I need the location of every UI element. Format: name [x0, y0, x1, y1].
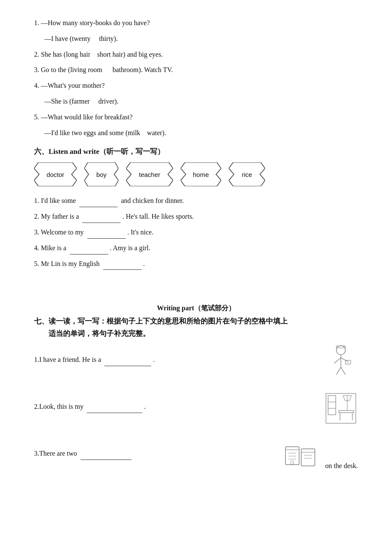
- s6-q1-num: 1. I'd like some: [34, 197, 78, 204]
- writing-q3-blank: [81, 452, 132, 460]
- q5-5-text: —What would like for breakfast?: [41, 113, 133, 121]
- writing-q3-pre: 3.There are two: [34, 450, 79, 457]
- s6-q2-post: . He's tall. He likes sports.: [122, 213, 193, 220]
- bubble-teacher: teacher: [126, 162, 173, 186]
- svg-line-9: [336, 367, 341, 375]
- writing-q1-line: 1.I have a friend. He is a .: [34, 354, 311, 366]
- word-bubbles-row: doctor boy teacher home: [34, 162, 358, 186]
- q5-4-text: —What's your mother?: [41, 82, 105, 89]
- q5-2-text: She has (long hair short hair) and big e…: [41, 51, 163, 58]
- part5-questions: 1. —How many story-books do you have? —I…: [34, 17, 358, 139]
- bubble-rice: rice: [229, 162, 265, 186]
- q5-5-sub: —I'd like two eggs and some (milk water)…: [44, 129, 166, 136]
- svg-line-8: [341, 358, 348, 361]
- s6-q5-num: 5. Mr Lin is my English: [34, 260, 101, 267]
- q5-1-num: 1.: [34, 19, 41, 26]
- q5-3: 3. Go to the (living room bathroom). Wat…: [34, 64, 358, 76]
- s6-q3: 3. Welcome to my . It's nice.: [34, 226, 358, 239]
- writing-q3: 3.There are two on the desk.: [34, 438, 358, 472]
- svg-rect-23: [285, 447, 299, 465]
- s6-q4-post: . Amy is a girl.: [110, 244, 150, 251]
- writing-q1-post: .: [153, 356, 155, 363]
- q5-2-num: 2.: [34, 51, 41, 58]
- svg-point-28: [291, 461, 294, 464]
- writing-q1-pre: 1.I have a friend. He is a: [34, 356, 103, 363]
- s6-q1-blank: [79, 199, 118, 207]
- q5-1-line1: 1. —How many story-books do you have?: [34, 17, 358, 29]
- svg-rect-18: [339, 410, 354, 413]
- section6-header: 六、Listen and write（听一听，写一写）: [34, 147, 358, 156]
- writing-q2: 2.Look, this is my .: [34, 391, 358, 425]
- writing-q3-line: 3.There are two: [34, 448, 271, 460]
- q5-5-line2: —I'd like two eggs and some (milk water)…: [44, 127, 358, 139]
- s6-q5-blank: [103, 262, 141, 270]
- q5-1-text: —How many story-books do you have?: [41, 19, 150, 26]
- section6: 六、Listen and write（听一听，写一写） doctor boy t…: [34, 147, 358, 270]
- writing-q2-text: 2.Look, this is my .: [34, 401, 311, 416]
- bubble-boy-text: boy: [96, 171, 107, 178]
- s6-q2: 2. My father is a . He's tall. He likes …: [34, 211, 358, 223]
- q5-3-num: 3.: [34, 66, 41, 73]
- bubble-doctor-text: doctor: [46, 171, 64, 178]
- q5-4-sub: —She is (farmer driver).: [44, 98, 118, 105]
- q5-5-line1: 5. —What would like for breakfast?: [34, 111, 358, 124]
- bubble-rice-text: rice: [242, 171, 252, 178]
- bubble-doctor: doctor: [34, 162, 77, 186]
- q5-5-num: 5.: [34, 113, 41, 121]
- s6-q4: 4. Mike is a . Amy is a girl.: [34, 242, 358, 254]
- s6-q3-num: 3. Welcome to my: [34, 228, 86, 236]
- s6-q2-num: 2. My father is a: [34, 213, 81, 220]
- svg-point-5: [336, 346, 345, 355]
- s6-q1: 1. I'd like some and chicken for dinner.: [34, 195, 358, 207]
- q5-1-sub: —I have (twenty thirty).: [44, 35, 118, 42]
- section6-header-label: 六、Listen and write（听一听，写一写）: [34, 147, 164, 156]
- writing-q2-pre: 2.Look, this is my: [34, 403, 85, 410]
- s6-q5: 5. Mr Lin is my English .: [34, 258, 358, 270]
- writing-q2-blank: [87, 405, 142, 413]
- svg-rect-15: [328, 396, 336, 415]
- q5-3-text: Go to the (living room bathroom). Watch …: [41, 66, 173, 73]
- writing-part-header: Writing part（笔试部分）: [34, 304, 358, 313]
- writing-q3-image: [283, 438, 317, 472]
- writing-q2-line: 2.Look, this is my .: [34, 401, 311, 413]
- q5-4-num: 4.: [34, 82, 41, 89]
- bubble-boy: boy: [84, 162, 118, 186]
- s6-q3-post: . It's nice.: [127, 228, 154, 236]
- writing-q1: 1.I have a friend. He is a .: [34, 344, 358, 379]
- q5-4-line1: 4. —What's your mother?: [34, 80, 358, 92]
- svg-rect-29: [301, 449, 315, 466]
- bubble-home-text: home: [193, 171, 209, 178]
- bubble-teacher-text: teacher: [139, 171, 160, 178]
- writing-q2-post: .: [144, 403, 146, 410]
- s6-q1-post: and chicken for dinner.: [119, 197, 184, 204]
- writing-q1-image: [324, 344, 358, 379]
- writing-q1-blank: [104, 358, 151, 366]
- svg-line-10: [341, 367, 346, 375]
- svg-line-7: [334, 358, 341, 363]
- writing-part: Writing part（笔试部分） 七、读一读，写一写：根据句子上下文的意思和…: [34, 304, 358, 472]
- s6-q5-post: .: [143, 260, 145, 267]
- q5-2: 2. She has (long hair short hair) and bi…: [34, 49, 358, 61]
- writing-q3-text: 3.There are two: [34, 448, 271, 463]
- s6-q3-blank: [87, 231, 126, 239]
- writing-q3-post: on the desk.: [325, 462, 358, 472]
- q5-1-line2: —I have (twenty thirty).: [44, 33, 358, 45]
- bubble-home: home: [181, 162, 221, 186]
- writing-q1-text: 1.I have a friend. He is a .: [34, 354, 311, 370]
- s6-q4-blank: [70, 247, 108, 254]
- q5-4-line2: —She is (farmer driver).: [44, 95, 358, 108]
- s6-q2-blank: [82, 215, 121, 223]
- s6-q4-num: 4. Mike is a: [34, 244, 68, 251]
- writing-q2-image: [324, 391, 358, 425]
- section7-header: 七、读一读，写一写：根据句子上下文的意思和所给的图片在句子的空格中填上 适当的单…: [34, 315, 358, 340]
